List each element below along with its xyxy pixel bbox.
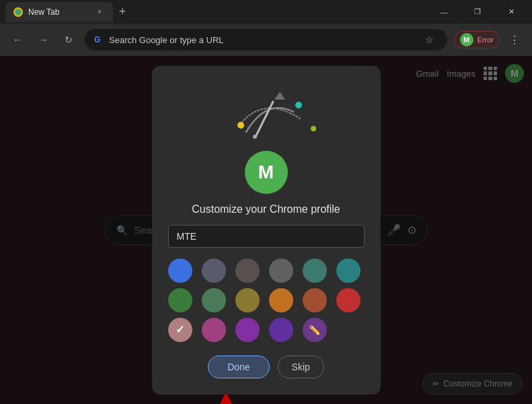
new-tab-button[interactable]: + bbox=[113, 3, 132, 22]
color-swatch-violet[interactable] bbox=[269, 318, 293, 342]
svg-line-4 bbox=[256, 102, 273, 135]
color-swatch-gray[interactable] bbox=[269, 259, 293, 283]
refresh-button[interactable]: ↻ bbox=[59, 30, 78, 49]
svg-point-2 bbox=[311, 126, 316, 131]
profile-name-input[interactable] bbox=[168, 225, 365, 248]
close-button[interactable]: ✕ bbox=[496, 0, 527, 24]
color-swatch-sage[interactable] bbox=[202, 288, 226, 312]
arrow-annotation bbox=[206, 395, 246, 405]
modal-profile-avatar: M bbox=[245, 151, 288, 194]
back-button[interactable]: ← bbox=[8, 30, 27, 49]
color-swatch-custom[interactable]: ✏️ bbox=[303, 318, 327, 342]
main-area: Gmail Images M 🔍 Search G 🎤 ⊙ bbox=[0, 56, 532, 404]
tab-favicon bbox=[13, 7, 23, 17]
svg-marker-3 bbox=[274, 92, 285, 100]
color-swatch-blue[interactable] bbox=[168, 259, 192, 283]
modal-overlay: M Customize your Chrome profile bbox=[0, 56, 532, 404]
tab-strip: New Tab × + bbox=[5, 0, 428, 24]
tab-close-button[interactable]: × bbox=[94, 7, 105, 18]
color-swatch-red[interactable] bbox=[336, 288, 360, 312]
color-swatch-orange[interactable] bbox=[269, 288, 293, 312]
modal-illustration bbox=[206, 85, 327, 145]
skip-button[interactable]: Skip bbox=[278, 356, 324, 378]
color-swatch-teal[interactable] bbox=[336, 259, 360, 283]
profile-chip[interactable]: M Error bbox=[454, 31, 500, 48]
address-text: Search Google or type a URL bbox=[109, 35, 416, 45]
modal-title: Customize your Chrome profile bbox=[192, 203, 340, 215]
color-swatch-magenta[interactable] bbox=[202, 318, 226, 342]
svg-point-1 bbox=[295, 102, 302, 108]
color-swatch-gray-blue[interactable] bbox=[202, 259, 226, 283]
profile-avatar-small: M bbox=[460, 33, 473, 46]
restore-button[interactable]: ❐ bbox=[462, 0, 493, 24]
color-swatch-gold[interactable] bbox=[235, 288, 260, 312]
forward-button[interactable]: → bbox=[34, 30, 52, 49]
color-swatch-rose-selected[interactable] bbox=[168, 318, 192, 342]
active-tab[interactable]: New Tab × bbox=[5, 2, 113, 22]
modal-buttons: Done Skip bbox=[208, 356, 324, 378]
color-grid: ✏️ bbox=[168, 259, 365, 342]
custom-color-pencil-icon: ✏️ bbox=[309, 325, 320, 335]
color-swatch-teal-dark[interactable] bbox=[303, 259, 327, 283]
address-actions: M Error ⋮ bbox=[454, 30, 524, 49]
color-swatch-dark-red[interactable] bbox=[235, 259, 260, 283]
done-button[interactable]: Done bbox=[208, 356, 269, 378]
svg-point-5 bbox=[253, 135, 257, 139]
addressbar: ← → ↻ G Search Google or type a URL ☆ M … bbox=[0, 24, 532, 56]
svg-point-0 bbox=[237, 122, 244, 129]
minimize-button[interactable]: — bbox=[428, 0, 459, 24]
bookmark-icon[interactable]: ☆ bbox=[422, 32, 438, 48]
titlebar: New Tab × + — ❐ ✕ bbox=[0, 0, 532, 24]
profile-error-label: Error bbox=[478, 36, 494, 44]
color-swatch-green[interactable] bbox=[168, 288, 192, 312]
color-swatch-brown[interactable] bbox=[303, 288, 327, 312]
address-bar-input[interactable]: G Search Google or type a URL ☆ bbox=[85, 29, 447, 50]
profile-customize-modal: M Customize your Chrome profile bbox=[152, 66, 381, 395]
tab-title: New Tab bbox=[28, 7, 59, 17]
google-icon: G bbox=[94, 35, 104, 44]
window-controls: — ❐ ✕ bbox=[428, 0, 527, 24]
color-swatch-purple[interactable] bbox=[235, 318, 260, 342]
menu-button[interactable]: ⋮ bbox=[505, 30, 524, 49]
